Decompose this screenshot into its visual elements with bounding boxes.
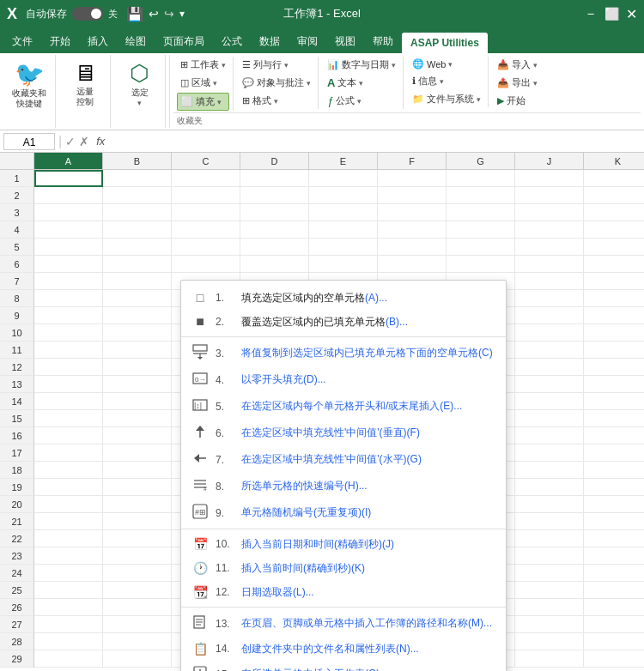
autosave-toggle[interactable] [72, 7, 103, 21]
cell-r27-c1[interactable] [103, 616, 172, 633]
cell-r5-c1[interactable] [103, 239, 172, 256]
restore-btn[interactable]: ⬜ [605, 7, 619, 21]
cell-r8-c7[interactable] [515, 290, 584, 307]
cell-r6-c6[interactable] [447, 256, 515, 273]
cell-r3-c4[interactable] [309, 204, 378, 221]
cell-r11-c8[interactable] [584, 342, 644, 359]
cell-r13-c8[interactable] [584, 376, 644, 393]
col-header-C[interactable]: C [172, 153, 240, 169]
col-header-E[interactable]: E [309, 153, 378, 169]
customize-btn[interactable]: ▾ [179, 8, 185, 20]
cell-r27-c7[interactable] [515, 616, 584, 633]
btn-info[interactable]: ℹ 信息 ▾ [409, 73, 484, 89]
cell-r16-c7[interactable] [515, 427, 584, 444]
cell-r7-c1[interactable] [103, 273, 172, 290]
cell-r20-c1[interactable] [103, 496, 172, 513]
cell-r18-c8[interactable] [584, 462, 644, 479]
menu-item-10[interactable]: 📅 10. 插入当前日期和时间(精确到秒)(J) [181, 532, 506, 556]
menu-item-2[interactable]: ■ 2. 覆盖选定区域内的已填充单元格(B)... [181, 310, 506, 334]
cell-r15-c1[interactable] [103, 410, 172, 427]
menu-item-4[interactable]: 0→ 4. 以零开头填充(D)... [181, 366, 506, 393]
cell-r29-c0[interactable] [34, 650, 103, 668]
tab-home[interactable]: 开始 [41, 30, 79, 53]
cell-r24-c0[interactable] [34, 565, 103, 582]
cell-r2-c2[interactable] [172, 187, 240, 204]
cell-reference[interactable]: A1 [3, 133, 55, 150]
cell-r9-c8[interactable] [584, 307, 644, 324]
cell-r21-c1[interactable] [103, 513, 172, 530]
cell-r19-c1[interactable] [103, 479, 172, 496]
cell-r5-c3[interactable] [240, 239, 309, 256]
cell-r2-c0[interactable] [34, 187, 103, 204]
cell-r3-c6[interactable] [447, 204, 515, 221]
cell-r1-c4[interactable] [309, 170, 378, 187]
cell-r18-c0[interactable] [34, 462, 103, 479]
cell-r1-c7[interactable] [515, 170, 584, 187]
menu-item-7[interactable]: 7. 在选定区域中填充线性'中间值'(水平)(G) [181, 446, 506, 473]
cell-r2-c3[interactable] [240, 187, 309, 204]
cell-r13-c7[interactable] [515, 376, 584, 393]
cell-r3-c8[interactable] [584, 204, 644, 221]
cell-r5-c6[interactable] [447, 239, 515, 256]
cell-r3-c7[interactable] [515, 204, 584, 221]
menu-item-13[interactable]: 13. 在页眉、页脚或单元格中插入工作簿的路径和名称(M)... [181, 610, 506, 637]
cell-r11-c7[interactable] [515, 342, 584, 359]
cell-r20-c8[interactable] [584, 496, 644, 513]
menu-item-11[interactable]: 🕐 11. 插入当前时间(精确到秒)(K) [181, 556, 506, 580]
cell-r18-c1[interactable] [103, 462, 172, 479]
cell-r8-c0[interactable] [34, 290, 103, 307]
cell-r12-c1[interactable] [103, 359, 172, 376]
cell-r20-c0[interactable] [34, 496, 103, 513]
cell-r23-c0[interactable] [34, 547, 103, 565]
cell-r28-c0[interactable] [34, 633, 103, 650]
cell-r29-c1[interactable] [103, 650, 172, 668]
cell-r1-c0[interactable] [34, 170, 103, 187]
cell-r9-c0[interactable] [34, 307, 103, 324]
cell-r29-c8[interactable] [584, 650, 644, 668]
btn-fill[interactable]: ⬜ 填充 ▾ [177, 93, 229, 111]
cell-r1-c5[interactable] [378, 170, 447, 187]
cell-r6-c2[interactable] [172, 256, 240, 273]
cell-r25-c7[interactable] [515, 582, 584, 599]
menu-item-14[interactable]: 📋 14. 创建文件夹中的文件名和属性列表(N)... [181, 637, 506, 661]
col-header-K[interactable]: K [584, 153, 644, 169]
save-icon[interactable]: 💾 [126, 6, 143, 22]
col-header-J[interactable]: J [515, 153, 584, 169]
cell-r6-c7[interactable] [515, 256, 584, 273]
btn-remote[interactable]: 🖥 远量控制 [66, 58, 104, 109]
cell-r19-c7[interactable] [515, 479, 584, 496]
cell-r17-c7[interactable] [515, 444, 584, 462]
tab-help[interactable]: 帮助 [364, 30, 402, 53]
cell-r5-c0[interactable] [34, 239, 103, 256]
cell-r6-c4[interactable] [309, 256, 378, 273]
cell-r4-c6[interactable] [447, 221, 515, 239]
cell-r23-c7[interactable] [515, 547, 584, 565]
cell-r27-c8[interactable] [584, 616, 644, 633]
btn-import[interactable]: 📥 导入 ▾ [494, 57, 541, 73]
cell-r9-c7[interactable] [515, 307, 584, 324]
cell-r6-c5[interactable] [378, 256, 447, 273]
btn-cols-rows[interactable]: ☰ 列与行 ▾ [239, 57, 314, 73]
tab-data[interactable]: 数据 [251, 30, 289, 53]
cell-r4-c1[interactable] [103, 221, 172, 239]
cell-r14-c8[interactable] [584, 393, 644, 410]
btn-select[interactable]: ⬡ 选定 ▾ [121, 58, 159, 109]
cell-r9-c1[interactable] [103, 307, 172, 324]
cell-r24-c1[interactable] [103, 565, 172, 582]
cell-r28-c7[interactable] [515, 633, 584, 650]
tab-formulas[interactable]: 公式 [213, 30, 251, 53]
tab-asap-utilities[interactable]: ASAP Utilities [402, 33, 488, 53]
cell-r4-c8[interactable] [584, 221, 644, 239]
cell-r1-c6[interactable] [447, 170, 515, 187]
cell-r4-c5[interactable] [378, 221, 447, 239]
cell-r26-c7[interactable] [515, 599, 584, 616]
cell-r22-c1[interactable] [103, 530, 172, 547]
col-header-G[interactable]: G [447, 153, 515, 169]
cell-r21-c7[interactable] [515, 513, 584, 530]
cell-r20-c7[interactable] [515, 496, 584, 513]
menu-item-8[interactable]: # 8. 所选单元格的快速编号(H)... [181, 473, 506, 499]
cell-r3-c0[interactable] [34, 204, 103, 221]
cell-r14-c0[interactable] [34, 393, 103, 410]
cell-r10-c1[interactable] [103, 324, 172, 342]
tab-file[interactable]: 文件 [3, 30, 41, 53]
